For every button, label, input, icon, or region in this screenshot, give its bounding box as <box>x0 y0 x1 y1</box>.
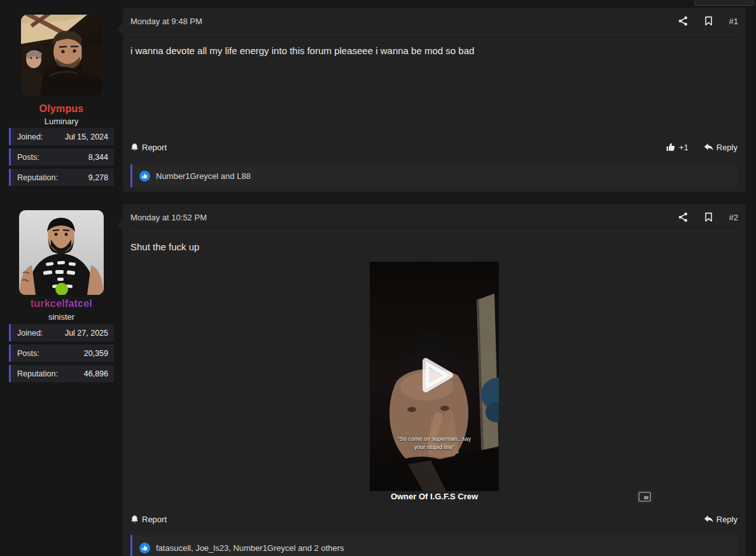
post-arrow <box>117 219 123 232</box>
stat-row-reputation: Reputation: 46,896 <box>9 365 114 382</box>
username-link[interactable]: Olympus <box>0 103 123 115</box>
avatar-image-turkcelfatcel <box>19 210 104 295</box>
video-caption: “So come on superman...say your stupid l… <box>370 435 499 452</box>
reply-button[interactable]: Reply <box>704 143 738 152</box>
bell-icon <box>130 515 139 524</box>
user-title: sinister <box>0 312 123 322</box>
play-button[interactable] <box>412 352 458 401</box>
video-title: Owner Of I.G.F.S Crew <box>370 492 499 501</box>
stat-row-reputation: Reputation: 9,278 <box>9 169 114 186</box>
reactions-bar: fatasucell, Joe_ls23, Number1Greycel and… <box>130 535 738 556</box>
post-body-text: Shut the fuck up <box>130 241 733 253</box>
avatar-image-olympus <box>21 15 102 96</box>
reaction-users[interactable]: fatasucell, Joe_ls23, Number1Greycel and… <box>156 543 344 553</box>
bell-icon <box>130 143 139 152</box>
report-button[interactable]: Report <box>130 515 167 524</box>
stat-value: 46,896 <box>84 369 108 378</box>
picture-in-picture-icon[interactable] <box>636 489 654 504</box>
stat-row-joined: Joined: Jul 15, 2024 <box>9 128 114 145</box>
like-reaction-icon <box>139 171 150 182</box>
report-button[interactable]: Report <box>130 143 167 152</box>
stat-label: Joined: <box>17 329 43 338</box>
stat-value: Jul 27, 2025 <box>65 329 108 338</box>
post-header: Monday at 9:48 PM #1 <box>130 8 738 35</box>
reply-arrow-icon <box>704 515 713 524</box>
bookmark-icon[interactable] <box>704 212 713 222</box>
reactions-bar: Number1Greycel and L88 <box>130 164 738 187</box>
stat-value: 8,344 <box>88 153 108 162</box>
post-actions: Report Reply <box>130 512 738 526</box>
reply-button[interactable]: Reply <box>704 515 738 524</box>
reaction-users[interactable]: Number1Greycel and L88 <box>156 171 251 181</box>
share-icon[interactable] <box>678 212 688 222</box>
share-icon[interactable] <box>678 16 688 26</box>
like-count-label: +1 <box>679 143 689 152</box>
stat-label: Posts: <box>17 153 39 162</box>
post-timestamp[interactable]: Monday at 9:48 PM <box>130 17 202 26</box>
post-1: Monday at 9:48 PM #1 i <box>123 8 746 192</box>
stat-label: Posts: <box>17 349 39 358</box>
stat-row-posts: Posts: 8,344 <box>9 148 114 166</box>
post-body-text: i wanna devote all my life energy into t… <box>130 45 733 57</box>
post-arrow <box>117 23 123 36</box>
stat-label: Reputation: <box>17 173 58 182</box>
user-title: Luminary <box>0 117 123 126</box>
stat-label: Joined: <box>17 132 43 141</box>
post-2: Monday at 10:52 PM #2 S <box>123 204 746 556</box>
like-reaction-icon <box>139 543 150 553</box>
post-actions: Report +1 Reply <box>130 140 738 154</box>
cutoff-top-button[interactable] <box>694 0 754 6</box>
username-link[interactable]: turkcelfatcel <box>0 298 123 310</box>
avatar[interactable] <box>19 210 104 295</box>
stat-value: 9,278 <box>88 173 108 182</box>
stat-label: Reputation: <box>17 369 58 378</box>
post-timestamp[interactable]: Monday at 10:52 PM <box>130 213 207 222</box>
thumbs-up-icon <box>666 142 676 152</box>
post-header: Monday at 10:52 PM #2 <box>130 204 738 231</box>
report-label: Report <box>142 515 167 524</box>
stat-row-posts: Posts: 20,359 <box>9 345 114 362</box>
avatar[interactable] <box>21 15 102 96</box>
video-caption-line1: “So come on superman...say <box>370 435 499 443</box>
reply-label: Reply <box>717 515 738 524</box>
video-caption-line2: your stupid line” <box>370 443 499 452</box>
report-label: Report <box>142 143 167 152</box>
forum-thread-page: Olympus Luminary Joined: Jul 15, 2024 Po… <box>0 0 756 556</box>
post-number-link[interactable]: #2 <box>729 213 738 222</box>
stat-row-joined: Joined: Jul 27, 2025 <box>9 324 114 341</box>
reply-label: Reply <box>717 143 738 152</box>
like-count-button[interactable]: +1 <box>666 142 689 152</box>
video-player[interactable]: “So come on superman...say your stupid l… <box>370 262 499 491</box>
reply-arrow-icon <box>704 143 713 152</box>
bookmark-icon[interactable] <box>704 16 713 26</box>
stat-value: Jul 15, 2024 <box>65 132 108 141</box>
post-number-link[interactable]: #1 <box>729 17 738 26</box>
stat-value: 20,359 <box>84 349 108 358</box>
